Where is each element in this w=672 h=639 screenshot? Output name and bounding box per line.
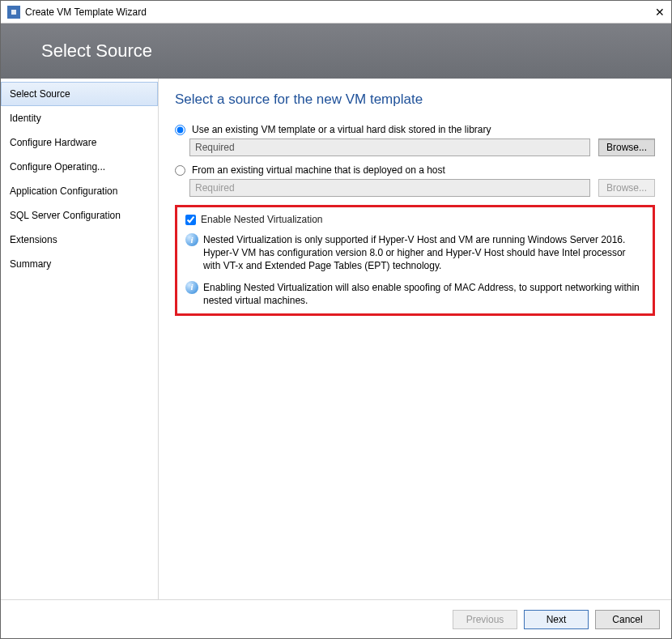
option-existing-template-label: Use an existing VM template or a virtual… bbox=[192, 124, 491, 135]
body: Select Source Identity Configure Hardwar… bbox=[1, 79, 671, 599]
sidebar-item-label: Extensions bbox=[10, 234, 57, 245]
window-icon bbox=[7, 6, 20, 19]
sidebar-item-label: Application Configuration bbox=[10, 185, 117, 197]
existing-template-field[interactable]: Required bbox=[189, 138, 590, 156]
sidebar-item-label: SQL Server Configuration bbox=[10, 210, 121, 221]
page-title: Select a source for the new VM template bbox=[175, 92, 655, 108]
sidebar-item-identity[interactable]: Identity bbox=[1, 106, 158, 130]
browse-button-vm: Browse... bbox=[598, 179, 655, 197]
previous-button: Previous bbox=[453, 610, 517, 629]
cancel-button[interactable]: Cancel bbox=[595, 610, 660, 629]
field-row-existing-template: Required Browse... bbox=[189, 138, 655, 156]
info-row-2: i Enabling Nested Virtualization will al… bbox=[185, 281, 644, 307]
option-existing-vm-row: From an existing virtual machine that is… bbox=[175, 164, 655, 176]
option-existing-template-row: Use an existing VM template or a virtual… bbox=[175, 124, 655, 135]
main-content: Select a source for the new VM template … bbox=[159, 79, 671, 599]
browse-button-existing[interactable]: Browse... bbox=[598, 138, 655, 156]
info-icon: i bbox=[185, 281, 198, 294]
sidebar-item-label: Summary bbox=[10, 258, 51, 270]
existing-vm-field: Required bbox=[189, 179, 590, 197]
sidebar-item-select-source[interactable]: Select Source bbox=[1, 82, 158, 106]
sidebar-item-configure-operating[interactable]: Configure Operating... bbox=[1, 155, 158, 179]
nested-virtualization-box: Enable Nested Virtualization i Nested Vi… bbox=[175, 205, 655, 316]
sidebar-item-sql-server-configuration[interactable]: SQL Server Configuration bbox=[1, 203, 158, 228]
sidebar: Select Source Identity Configure Hardwar… bbox=[1, 79, 159, 599]
svg-rect-1 bbox=[11, 10, 16, 15]
titlebar: Create VM Template Wizard ✕ bbox=[1, 1, 671, 23]
close-icon[interactable]: ✕ bbox=[632, 6, 665, 18]
window-title: Create VM Template Wizard bbox=[25, 6, 632, 18]
enable-nested-label: Enable Nested Virtualization bbox=[201, 214, 323, 225]
sidebar-item-configure-hardware[interactable]: Configure Hardware bbox=[1, 130, 158, 155]
option-existing-vm-radio[interactable] bbox=[175, 165, 185, 176]
sidebar-item-label: Select Source bbox=[10, 88, 70, 100]
sidebar-item-label: Configure Hardware bbox=[10, 137, 96, 148]
info-icon: i bbox=[185, 233, 198, 246]
next-button[interactable]: Next bbox=[524, 610, 589, 629]
banner: Select Source bbox=[1, 23, 671, 79]
option-existing-template-radio[interactable] bbox=[175, 125, 185, 135]
option-existing-vm-label: From an existing virtual machine that is… bbox=[192, 164, 445, 176]
enable-nested-checkbox[interactable] bbox=[185, 215, 196, 225]
sidebar-item-label: Configure Operating... bbox=[10, 161, 105, 173]
enable-nested-row: Enable Nested Virtualization bbox=[185, 214, 644, 225]
info-text-1: Nested Virtualization is only supported … bbox=[203, 233, 644, 273]
footer: Previous Next Cancel bbox=[1, 599, 671, 638]
info-row-1: i Nested Virtualization is only supporte… bbox=[185, 233, 644, 273]
sidebar-item-summary[interactable]: Summary bbox=[1, 252, 158, 276]
banner-title: Select Source bbox=[41, 40, 152, 62]
sidebar-item-label: Identity bbox=[10, 113, 41, 124]
field-row-existing-vm: Required Browse... bbox=[189, 179, 655, 197]
info-text-2: Enabling Nested Virtualization will also… bbox=[203, 281, 644, 307]
sidebar-item-extensions[interactable]: Extensions bbox=[1, 228, 158, 252]
sidebar-item-application-configuration[interactable]: Application Configuration bbox=[1, 179, 158, 203]
wizard-window: Create VM Template Wizard ✕ Select Sourc… bbox=[0, 0, 672, 639]
